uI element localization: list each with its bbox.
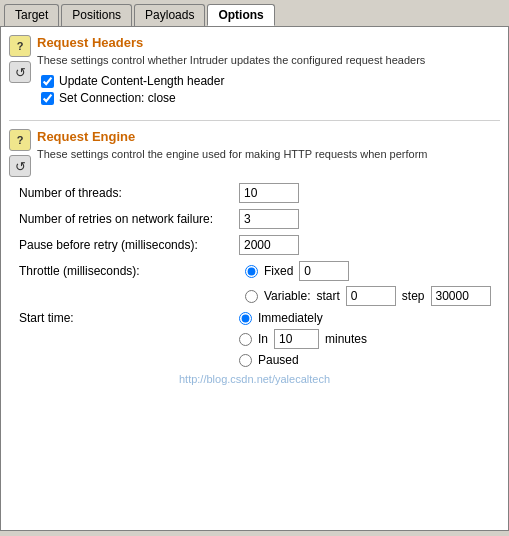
refresh-icon-engine[interactable]: ↺ (9, 155, 31, 177)
start-time-immediately-row: Immediately (239, 311, 367, 325)
checkbox-row-content-length: Update Content-Length header (41, 74, 500, 88)
input-step-value[interactable] (431, 286, 491, 306)
checkbox-row-connection: Set Connection: close (41, 91, 500, 105)
help-icon-engine[interactable]: ? (9, 129, 31, 151)
request-headers-title: Request Headers (37, 35, 500, 50)
field-label-pause: Pause before retry (milliseconds): (19, 238, 239, 252)
radio-fixed[interactable] (245, 265, 258, 278)
tab-positions[interactable]: Positions (61, 4, 132, 26)
request-engine-title: Request Engine (37, 129, 500, 144)
checkbox-label-content-length: Update Content-Length header (59, 74, 224, 88)
field-label-retries: Number of retries on network failure: (19, 212, 239, 226)
start-time-options: Immediately In minutes Paused (239, 311, 367, 371)
field-row-retries: Number of retries on network failure: (9, 209, 500, 229)
fixed-label: Fixed (264, 264, 293, 278)
request-engine-desc: These settings control the engine used f… (37, 147, 500, 162)
input-threads[interactable] (239, 183, 299, 203)
request-engine-section: ? ↺ Request Engine These settings contro… (9, 129, 500, 385)
tab-options[interactable]: Options (207, 4, 274, 26)
start-time-paused-row: Paused (239, 353, 367, 367)
start-time-in-row: In minutes (239, 329, 367, 349)
radio-in[interactable] (239, 333, 252, 346)
request-headers-section: ? ↺ Request Headers These settings contr… (9, 35, 500, 108)
request-headers-desc: These settings control whether Intruder … (37, 53, 500, 68)
start-time-label: Start time: (19, 311, 239, 325)
start-label: start (316, 289, 339, 303)
start-time-container: Start time: Immediately In minutes Pause… (9, 311, 500, 371)
field-row-threads: Number of threads: (9, 183, 500, 203)
checkbox-update-content-length[interactable] (41, 75, 54, 88)
refresh-icon-headers[interactable]: ↺ (9, 61, 31, 83)
section-icons-engine: ? ↺ (9, 129, 31, 177)
tab-target[interactable]: Target (4, 4, 59, 26)
content-area: ? ↺ Request Headers These settings contr… (0, 26, 509, 531)
field-row-pause: Pause before retry (milliseconds): (9, 235, 500, 255)
immediately-label: Immediately (258, 311, 323, 325)
request-engine-body: Request Engine These settings control th… (37, 129, 500, 168)
in-label: In (258, 332, 268, 346)
tab-payloads[interactable]: Payloads (134, 4, 205, 26)
paused-label: Paused (258, 353, 299, 367)
watermark: http://blog.csdn.net/yalecaltech (9, 373, 500, 385)
help-icon-headers[interactable]: ? (9, 35, 31, 57)
input-in-value[interactable] (274, 329, 319, 349)
request-headers-body: Request Headers These settings control w… (37, 35, 500, 108)
radio-paused[interactable] (239, 354, 252, 367)
radio-immediately[interactable] (239, 312, 252, 325)
section-divider (9, 120, 500, 121)
input-fixed-value[interactable] (299, 261, 349, 281)
throttle-label: Throttle (milliseconds): (19, 264, 239, 278)
input-start-value[interactable] (346, 286, 396, 306)
step-label: step (402, 289, 425, 303)
minutes-label: minutes (325, 332, 367, 346)
throttle-fixed-row: Throttle (milliseconds): Fixed (9, 261, 500, 281)
section-icons: ? ↺ (9, 35, 31, 83)
input-pause[interactable] (239, 235, 299, 255)
radio-variable[interactable] (245, 290, 258, 303)
throttle-variable-row: Variable: start step (9, 286, 500, 306)
checkbox-set-connection[interactable] (41, 92, 54, 105)
checkbox-label-connection: Set Connection: close (59, 91, 176, 105)
tab-bar: Target Positions Payloads Options (0, 0, 509, 26)
field-label-threads: Number of threads: (19, 186, 239, 200)
input-retries[interactable] (239, 209, 299, 229)
variable-label: Variable: (264, 289, 310, 303)
